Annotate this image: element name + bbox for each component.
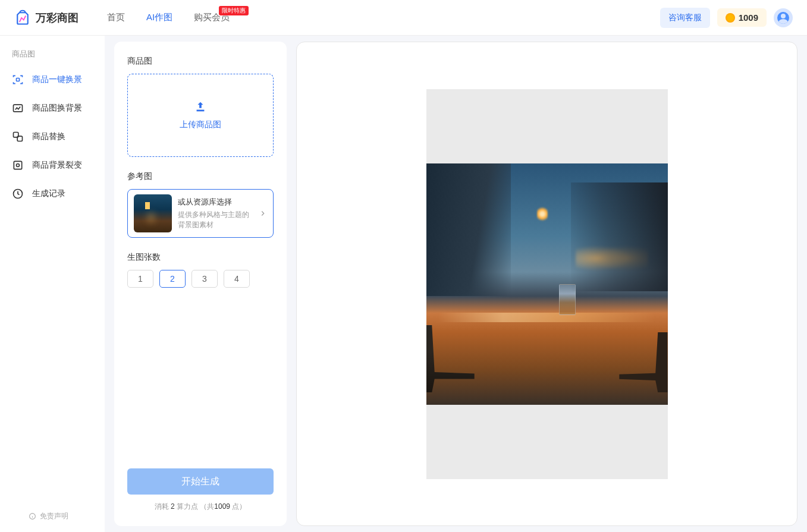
preview-canvas [296, 42, 797, 526]
chevron-right-icon [259, 209, 267, 218]
sidebar: 商品图 商品一键换景 商品图换背景 商品替换 商品背景裂变 生成记录 免责声明 [0, 36, 105, 532]
disclaimer-link[interactable]: 免责声明 [29, 511, 68, 521]
count-option-4[interactable]: 4 [224, 270, 250, 288]
preview-frame [426, 89, 668, 479]
variants-icon [12, 159, 24, 171]
svg-point-5 [17, 164, 20, 167]
logo-icon [14, 10, 31, 26]
count-option-1[interactable]: 1 [127, 270, 153, 288]
svg-rect-8 [197, 110, 205, 112]
header-right: 咨询客服 1009 [660, 8, 793, 28]
scan-icon [12, 74, 24, 86]
reference-thumbnail [134, 194, 172, 232]
upload-text: 上传商品图 [180, 119, 221, 130]
reference-library-selector[interactable]: 或从资源库选择 提供多种风格与主题的背景图素材 [127, 189, 274, 238]
customer-service-button[interactable]: 咨询客服 [660, 8, 710, 28]
upload-product-area[interactable]: 上传商品图 [127, 74, 274, 157]
points-value: 1009 [739, 12, 758, 23]
sidebar-item-onekey-bg[interactable]: 商品一键换景 [0, 65, 105, 94]
nav-buy-membership[interactable]: 购买会员限时特惠 [194, 12, 230, 23]
section-ref-label: 参考图 [127, 171, 274, 182]
app-header: 万彩商图 首页 AI作图 购买会员限时特惠 咨询客服 1009 [0, 0, 807, 36]
sidebar-item-change-bg[interactable]: 商品图换背景 [0, 94, 105, 122]
svg-rect-4 [14, 161, 21, 169]
svg-rect-0 [17, 78, 20, 81]
clock-icon [12, 188, 24, 200]
cost-text: 消耗 2 算力点 （共1009 点） [127, 502, 274, 512]
replace-icon [12, 131, 24, 143]
app-logo[interactable]: 万彩商图 [14, 10, 78, 26]
section-count-label: 生图张数 [127, 252, 274, 263]
logo-text: 万彩商图 [36, 11, 78, 25]
control-panel: 商品图 上传商品图 参考图 或从资源库选择 提供多种风格与主题的背景图素材 生图… [114, 42, 287, 526]
count-option-2[interactable]: 2 [159, 270, 186, 288]
generate-button[interactable]: 开始生成 [127, 468, 274, 495]
promo-badge: 限时特惠 [219, 6, 249, 15]
sidebar-item-history[interactable]: 生成记录 [0, 180, 105, 208]
image-count-group: 1 2 3 4 [127, 270, 274, 288]
ref-subtitle: 提供多种风格与主题的背景图素材 [178, 210, 253, 230]
user-avatar[interactable] [774, 8, 793, 27]
upload-icon [194, 100, 207, 114]
swap-bg-icon [12, 102, 24, 114]
top-nav: 首页 AI作图 购买会员限时特惠 [107, 12, 230, 23]
sidebar-group-label: 商品图 [0, 43, 105, 65]
points-badge[interactable]: 1009 [717, 8, 767, 27]
nav-ai-draw[interactable]: AI作图 [146, 12, 172, 23]
ref-title: 或从资源库选择 [178, 197, 253, 207]
sidebar-item-bg-variants[interactable]: 商品背景裂变 [0, 151, 105, 180]
coin-icon [726, 13, 735, 23]
count-option-3[interactable]: 3 [191, 270, 218, 288]
sidebar-item-replace[interactable]: 商品替换 [0, 122, 105, 151]
info-icon [29, 512, 36, 520]
nav-home[interactable]: 首页 [107, 12, 125, 23]
section-product-label: 商品图 [127, 56, 274, 67]
preview-image[interactable] [426, 163, 668, 405]
